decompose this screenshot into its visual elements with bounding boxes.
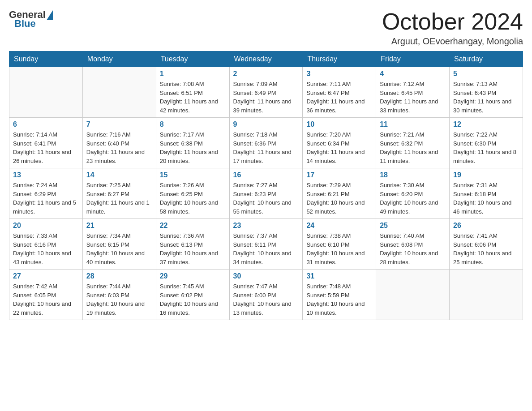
calendar-cell: 5Sunrise: 7:13 AMSunset: 6:43 PMDaylight… (450, 67, 523, 118)
header-sunday: Sunday (9, 51, 83, 67)
calendar-cell: 22Sunrise: 7:36 AMSunset: 6:13 PMDayligh… (156, 219, 229, 270)
calendar-cell: 26Sunrise: 7:41 AMSunset: 6:06 PMDayligh… (450, 219, 523, 270)
calendar-header-row: Sunday Monday Tuesday Wednesday Thursday… (9, 51, 523, 67)
day-info: Sunrise: 7:33 AMSunset: 6:16 PMDaylight:… (13, 231, 79, 266)
day-number: 20 (13, 222, 79, 230)
calendar-week-row: 1Sunrise: 7:08 AMSunset: 6:51 PMDaylight… (9, 67, 523, 118)
day-number: 6 (13, 120, 79, 128)
calendar-cell: 12Sunrise: 7:22 AMSunset: 6:30 PMDayligh… (450, 118, 523, 168)
calendar-cell: 14Sunrise: 7:25 AMSunset: 6:27 PMDayligh… (82, 168, 156, 219)
day-number: 22 (160, 222, 226, 230)
day-info: Sunrise: 7:18 AMSunset: 6:36 PMDaylight:… (233, 130, 299, 165)
day-info: Sunrise: 7:42 AMSunset: 6:05 PMDaylight:… (13, 282, 79, 317)
day-info: Sunrise: 7:45 AMSunset: 6:02 PMDaylight:… (160, 282, 226, 317)
logo-blue-text: Blue (14, 18, 36, 30)
logo: General Blue (9, 9, 53, 30)
day-info: Sunrise: 7:47 AMSunset: 6:00 PMDaylight:… (233, 282, 299, 317)
day-info: Sunrise: 7:08 AMSunset: 6:51 PMDaylight:… (160, 80, 226, 115)
day-number: 16 (233, 171, 299, 179)
day-info: Sunrise: 7:11 AMSunset: 6:47 PMDaylight:… (306, 80, 372, 115)
calendar-week-row: 6Sunrise: 7:14 AMSunset: 6:41 PMDaylight… (9, 118, 523, 168)
day-number: 23 (233, 222, 299, 230)
day-number: 5 (453, 70, 519, 78)
day-number: 3 (306, 70, 372, 78)
day-info: Sunrise: 7:37 AMSunset: 6:11 PMDaylight:… (233, 231, 299, 266)
day-number: 9 (233, 120, 299, 128)
calendar-cell: 18Sunrise: 7:30 AMSunset: 6:20 PMDayligh… (376, 168, 450, 219)
day-number: 1 (160, 70, 226, 78)
calendar-cell: 24Sunrise: 7:38 AMSunset: 6:10 PMDayligh… (303, 219, 376, 270)
calendar-cell: 25Sunrise: 7:40 AMSunset: 6:08 PMDayligh… (376, 219, 450, 270)
day-number: 21 (86, 222, 152, 230)
calendar-cell: 6Sunrise: 7:14 AMSunset: 6:41 PMDaylight… (9, 118, 83, 168)
calendar-cell: 8Sunrise: 7:17 AMSunset: 6:38 PMDaylight… (156, 118, 229, 168)
day-info: Sunrise: 7:41 AMSunset: 6:06 PMDaylight:… (453, 231, 519, 266)
day-info: Sunrise: 7:30 AMSunset: 6:20 PMDaylight:… (380, 181, 446, 216)
calendar-cell: 11Sunrise: 7:21 AMSunset: 6:32 PMDayligh… (376, 118, 450, 168)
page-header: General Blue October 2024 Arguut, OEvoer… (9, 9, 523, 47)
day-info: Sunrise: 7:38 AMSunset: 6:10 PMDaylight:… (306, 231, 372, 266)
header-monday: Monday (82, 51, 156, 67)
day-info: Sunrise: 7:25 AMSunset: 6:27 PMDaylight:… (86, 181, 152, 216)
day-info: Sunrise: 7:13 AMSunset: 6:43 PMDaylight:… (453, 80, 519, 115)
calendar-cell: 19Sunrise: 7:31 AMSunset: 6:18 PMDayligh… (450, 168, 523, 219)
day-info: Sunrise: 7:48 AMSunset: 5:59 PMDaylight:… (306, 282, 372, 317)
calendar-cell: 29Sunrise: 7:45 AMSunset: 6:02 PMDayligh… (156, 270, 229, 320)
calendar-cell: 28Sunrise: 7:44 AMSunset: 6:03 PMDayligh… (82, 270, 156, 320)
calendar-week-row: 13Sunrise: 7:24 AMSunset: 6:29 PMDayligh… (9, 168, 523, 219)
day-info: Sunrise: 7:34 AMSunset: 6:15 PMDaylight:… (86, 231, 152, 266)
calendar-cell: 27Sunrise: 7:42 AMSunset: 6:05 PMDayligh… (9, 270, 83, 320)
day-info: Sunrise: 7:22 AMSunset: 6:30 PMDaylight:… (453, 130, 519, 165)
day-number: 12 (453, 120, 519, 128)
month-title: October 2024 (382, 9, 523, 34)
day-number: 11 (380, 120, 446, 128)
header-wednesday: Wednesday (229, 51, 303, 67)
calendar-cell: 23Sunrise: 7:37 AMSunset: 6:11 PMDayligh… (229, 219, 303, 270)
day-info: Sunrise: 7:09 AMSunset: 6:49 PMDaylight:… (233, 80, 299, 115)
calendar-cell: 9Sunrise: 7:18 AMSunset: 6:36 PMDaylight… (229, 118, 303, 168)
day-number: 7 (86, 120, 152, 128)
calendar-cell (450, 270, 523, 320)
day-number: 17 (306, 171, 372, 179)
calendar-cell: 30Sunrise: 7:47 AMSunset: 6:00 PMDayligh… (229, 270, 303, 320)
day-info: Sunrise: 7:36 AMSunset: 6:13 PMDaylight:… (160, 231, 226, 266)
calendar-cell: 2Sunrise: 7:09 AMSunset: 6:49 PMDaylight… (229, 67, 303, 118)
calendar-cell: 3Sunrise: 7:11 AMSunset: 6:47 PMDaylight… (303, 67, 376, 118)
day-info: Sunrise: 7:17 AMSunset: 6:38 PMDaylight:… (160, 130, 226, 165)
day-number: 13 (13, 171, 79, 179)
calendar-cell (376, 270, 450, 320)
day-number: 29 (160, 272, 226, 280)
day-number: 24 (306, 222, 372, 230)
day-number: 28 (86, 272, 152, 280)
day-number: 4 (380, 70, 446, 78)
calendar-cell (82, 67, 156, 118)
calendar-cell: 15Sunrise: 7:26 AMSunset: 6:25 PMDayligh… (156, 168, 229, 219)
day-info: Sunrise: 7:29 AMSunset: 6:21 PMDaylight:… (306, 181, 372, 216)
calendar-cell (9, 67, 83, 118)
calendar-cell: 10Sunrise: 7:20 AMSunset: 6:34 PMDayligh… (303, 118, 376, 168)
day-number: 27 (13, 272, 79, 280)
header-saturday: Saturday (450, 51, 523, 67)
calendar-cell: 1Sunrise: 7:08 AMSunset: 6:51 PMDaylight… (156, 67, 229, 118)
calendar-cell: 4Sunrise: 7:12 AMSunset: 6:45 PMDaylight… (376, 67, 450, 118)
day-info: Sunrise: 7:12 AMSunset: 6:45 PMDaylight:… (380, 80, 446, 115)
day-info: Sunrise: 7:40 AMSunset: 6:08 PMDaylight:… (380, 231, 446, 266)
calendar-cell: 7Sunrise: 7:16 AMSunset: 6:40 PMDaylight… (82, 118, 156, 168)
day-info: Sunrise: 7:27 AMSunset: 6:23 PMDaylight:… (233, 181, 299, 216)
calendar-cell: 16Sunrise: 7:27 AMSunset: 6:23 PMDayligh… (229, 168, 303, 219)
day-info: Sunrise: 7:24 AMSunset: 6:29 PMDaylight:… (13, 181, 79, 216)
day-number: 19 (453, 171, 519, 179)
calendar-cell: 21Sunrise: 7:34 AMSunset: 6:15 PMDayligh… (82, 219, 156, 270)
calendar-cell: 17Sunrise: 7:29 AMSunset: 6:21 PMDayligh… (303, 168, 376, 219)
day-number: 25 (380, 222, 446, 230)
day-info: Sunrise: 7:16 AMSunset: 6:40 PMDaylight:… (86, 130, 152, 165)
day-number: 15 (160, 171, 226, 179)
calendar-cell: 20Sunrise: 7:33 AMSunset: 6:16 PMDayligh… (9, 219, 83, 270)
day-number: 31 (306, 272, 372, 280)
calendar-week-row: 27Sunrise: 7:42 AMSunset: 6:05 PMDayligh… (9, 270, 523, 320)
day-number: 18 (380, 171, 446, 179)
title-area: October 2024 Arguut, OEvoerhangay, Mongo… (382, 9, 523, 47)
day-info: Sunrise: 7:21 AMSunset: 6:32 PMDaylight:… (380, 130, 446, 165)
day-number: 2 (233, 70, 299, 78)
logo-triangle-icon (47, 10, 53, 20)
